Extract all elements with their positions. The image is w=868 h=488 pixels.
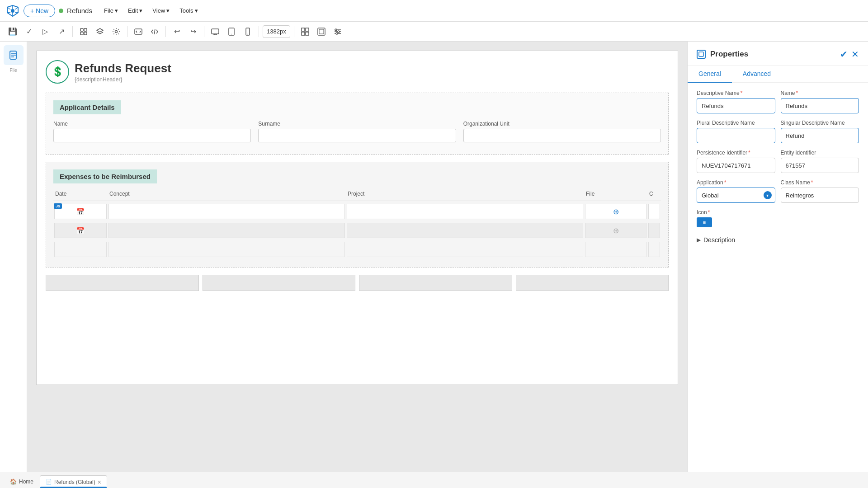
file-cell-3[interactable] bbox=[585, 242, 646, 257]
field-row-1: Descriptive Name * Name * bbox=[697, 90, 859, 120]
class-name-label: Class Name * bbox=[781, 179, 859, 186]
extra-cell-1[interactable] bbox=[648, 204, 660, 219]
field-row-2: Plural Descriptive Name Singular Descrip… bbox=[697, 120, 859, 150]
svg-point-27 bbox=[335, 29, 337, 31]
check-button[interactable]: ✓ bbox=[22, 24, 36, 39]
settings-button[interactable] bbox=[109, 24, 123, 39]
bottom-bar: 🏠 Home 📄 Refunds (Global) × bbox=[0, 472, 868, 488]
home-icon: 🏠 bbox=[10, 479, 17, 485]
file-cell-1[interactable]: ⊕ bbox=[585, 204, 646, 219]
calendar-icon-2: 📅 bbox=[76, 226, 85, 235]
descriptive-name-group: Descriptive Name * bbox=[697, 90, 775, 113]
extra-cell-2[interactable] bbox=[648, 223, 660, 238]
page-title-group: Refunds Request {descriptionHeader} bbox=[75, 61, 171, 83]
surname-input[interactable] bbox=[258, 129, 456, 142]
page-subtitle: {descriptionHeader} bbox=[75, 76, 171, 83]
icon-group: Icon * ≡ bbox=[697, 209, 859, 227]
toolbar: 💾 ✓ ▷ ↗ ↩ ↪ bbox=[0, 22, 868, 42]
mobile-button[interactable] bbox=[241, 24, 255, 39]
date-cell-2[interactable]: 📅 bbox=[54, 223, 107, 238]
entity-id-input[interactable] bbox=[781, 158, 859, 173]
panel-title: Properties bbox=[710, 50, 840, 59]
file-cell-2[interactable]: ⊕ bbox=[585, 223, 646, 238]
org-unit-input[interactable] bbox=[463, 129, 661, 142]
project-cell-3[interactable] bbox=[347, 242, 583, 257]
svg-rect-23 bbox=[319, 29, 324, 34]
name-input[interactable] bbox=[53, 129, 251, 142]
class-name-input[interactable] bbox=[781, 188, 859, 203]
view-menu[interactable]: View ▾ bbox=[148, 5, 174, 16]
svg-rect-18 bbox=[302, 28, 305, 31]
svg-line-5 bbox=[7, 12, 10, 13]
field-row-3: Persistence Identifier * Entity identifi… bbox=[697, 150, 859, 179]
concept-cell-2[interactable] bbox=[108, 223, 345, 238]
plural-label: Plural Descriptive Name bbox=[697, 120, 775, 126]
code-block-button[interactable] bbox=[131, 24, 146, 39]
chevron-down-icon: ▾ bbox=[195, 7, 198, 14]
date-cell-1[interactable]: Js 📅 bbox=[54, 204, 107, 219]
applicant-section-header: Applicant Details bbox=[53, 100, 121, 114]
concept-cell-1[interactable] bbox=[108, 204, 345, 219]
sliders-button[interactable] bbox=[330, 24, 345, 39]
description-toggle[interactable]: ▶ Description bbox=[697, 234, 859, 246]
file-menu[interactable]: File ▾ bbox=[99, 5, 123, 16]
undo-button[interactable]: ↩ bbox=[170, 24, 184, 39]
top-nav: + New Refunds File ▾ Edit ▾ View ▾ Tools… bbox=[0, 0, 868, 22]
descriptive-name-input[interactable] bbox=[697, 98, 775, 113]
upload-icon-1: ⊕ bbox=[613, 207, 619, 216]
panel-body: Descriptive Name * Name * Pl bbox=[688, 83, 868, 472]
sidebar-item-page[interactable] bbox=[4, 45, 24, 65]
box-button[interactable] bbox=[314, 24, 329, 39]
icon-preview[interactable]: ≡ bbox=[697, 217, 712, 227]
code-button[interactable] bbox=[147, 24, 162, 39]
properties-icon bbox=[697, 50, 706, 59]
main-layout: File 💲 Refunds Request {descriptionHeade… bbox=[0, 42, 868, 472]
edit-menu[interactable]: Edit ▾ bbox=[123, 5, 147, 16]
component-button[interactable] bbox=[76, 24, 91, 39]
redo-button[interactable]: ↪ bbox=[186, 24, 200, 39]
toolbar-divider-1 bbox=[72, 26, 73, 37]
new-button[interactable]: + New bbox=[24, 5, 55, 17]
calendar-icon-1: 📅 bbox=[76, 207, 85, 216]
left-sidebar: File bbox=[0, 42, 27, 472]
tab-advanced[interactable]: Advanced bbox=[732, 66, 782, 83]
name-input-prop[interactable] bbox=[781, 98, 859, 113]
run-button[interactable]: ▷ bbox=[38, 24, 52, 39]
extra-cell-3[interactable] bbox=[648, 242, 660, 257]
project-cell-1[interactable] bbox=[347, 204, 583, 219]
entity-id-group: Entity identifier bbox=[781, 150, 859, 173]
desktop-button[interactable] bbox=[208, 24, 222, 39]
confirm-button[interactable]: ✔ bbox=[840, 49, 848, 60]
name-field: Name bbox=[53, 121, 251, 142]
date-cell-3[interactable] bbox=[54, 242, 107, 257]
grid-button[interactable] bbox=[298, 24, 312, 39]
plural-input[interactable] bbox=[697, 128, 775, 143]
svg-point-17 bbox=[247, 33, 248, 34]
name-label-prop: Name * bbox=[781, 90, 859, 96]
singular-input[interactable] bbox=[781, 128, 859, 143]
close-panel-button[interactable]: ✕ bbox=[851, 49, 859, 60]
px-display: 1382px bbox=[263, 25, 290, 38]
home-tab[interactable]: 🏠 Home bbox=[5, 475, 39, 488]
app-logo bbox=[5, 4, 20, 18]
refunds-tab[interactable]: 📄 Refunds (Global) × bbox=[40, 475, 107, 488]
tablet-button[interactable] bbox=[224, 24, 239, 39]
svg-rect-13 bbox=[212, 29, 219, 34]
persistence-id-group: Persistence Identifier * bbox=[697, 150, 775, 173]
page-tab-icon: 📄 bbox=[46, 479, 52, 485]
export-button[interactable]: ↗ bbox=[54, 24, 69, 39]
tools-menu[interactable]: Tools ▾ bbox=[175, 5, 202, 16]
project-cell-2[interactable] bbox=[347, 223, 583, 238]
summary-cell-4 bbox=[516, 275, 669, 291]
layers-button[interactable] bbox=[93, 24, 107, 39]
close-tab-button[interactable]: × bbox=[98, 479, 101, 486]
concept-cell-3[interactable] bbox=[108, 242, 345, 257]
save-button[interactable]: 💾 bbox=[5, 24, 20, 39]
singular-descriptive-group: Singular Descriptive Name bbox=[781, 120, 859, 143]
tab-general[interactable]: General bbox=[688, 66, 732, 83]
svg-point-0 bbox=[11, 9, 14, 13]
canvas-area: 💲 Refunds Request {descriptionHeader} Ap… bbox=[27, 42, 687, 472]
persistence-id-input[interactable] bbox=[697, 158, 775, 173]
application-select[interactable]: Global Local Custom bbox=[697, 188, 775, 203]
chevron-down-icon: ▾ bbox=[115, 7, 118, 14]
